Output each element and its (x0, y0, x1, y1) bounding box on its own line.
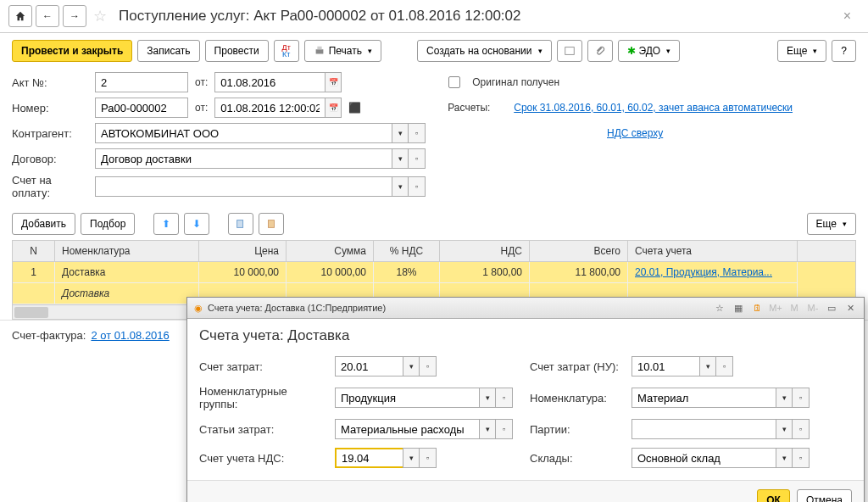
back-button[interactable]: ← (36, 5, 59, 27)
col-vat[interactable]: НДС (440, 241, 530, 261)
open-ref-icon[interactable]: ▫ (409, 123, 426, 143)
contract-combo: ▾ ▫ (95, 148, 426, 169)
accounts-popup: ◉ Счета учета: Доставка (1С:Предприятие)… (186, 297, 865, 502)
calc-label: Расчеты: (448, 102, 507, 114)
chevron-down-icon[interactable]: ▾ (392, 176, 409, 197)
cost-account-label: Счет затрат: (199, 360, 326, 373)
chevron-down-icon[interactable]: ▾ (403, 356, 420, 376)
open-ref-icon[interactable]: ▫ (793, 388, 810, 408)
ok-button[interactable]: ОК (757, 489, 790, 502)
post-button[interactable]: Провести (205, 40, 269, 62)
chevron-down-icon[interactable]: ▾ (776, 388, 793, 408)
open-ref-icon[interactable]: ▫ (793, 448, 810, 468)
from-label-1: от: (195, 76, 208, 88)
chevron-down-icon[interactable]: ▾ (392, 148, 409, 169)
main-toolbar: Провести и закрыть Записать Провести ДтК… (0, 33, 868, 69)
cost-item-input[interactable] (335, 419, 479, 439)
open-ref-icon[interactable]: ▫ (409, 148, 426, 169)
chevron-down-icon[interactable]: ▾ (403, 448, 420, 468)
contragent-input[interactable] (95, 123, 392, 143)
calc-link[interactable]: Срок 31.08.2016, 60.01, 60.02, зачет ава… (514, 102, 793, 114)
open-ref-icon[interactable]: ▫ (409, 176, 426, 197)
m-icon[interactable]: M (787, 301, 801, 315)
from-label-2: от: (195, 102, 208, 114)
attach-button[interactable] (587, 40, 613, 62)
edo-button[interactable]: ✱ ЭДО (618, 40, 681, 62)
open-ref-icon[interactable]: ▫ (420, 356, 437, 376)
calendar-icon[interactable]: 🗓 (750, 301, 764, 315)
save-button[interactable]: Записать (137, 40, 199, 62)
contract-input[interactable] (95, 148, 392, 169)
col-accounts[interactable]: Счета учета (628, 241, 798, 261)
open-ref-icon[interactable]: ▫ (716, 356, 733, 376)
more-button[interactable]: Еще (777, 40, 826, 62)
chevron-down-icon[interactable]: ▾ (479, 388, 496, 408)
open-ref-icon[interactable]: ▫ (420, 448, 437, 468)
popup-close-icon[interactable]: ✕ (843, 301, 857, 315)
copy-button[interactable] (228, 213, 253, 235)
invoice-pay-input[interactable] (95, 176, 392, 197)
calendar-icon[interactable]: 📅 (325, 72, 342, 92)
home-button[interactable] (8, 5, 32, 27)
m-plus-icon[interactable]: M+ (769, 301, 782, 315)
minimize-icon[interactable]: ▭ (825, 301, 838, 315)
chevron-down-icon[interactable]: ▾ (392, 123, 409, 143)
number-input[interactable] (95, 98, 188, 118)
col-n[interactable]: N (13, 241, 55, 261)
link-button[interactable] (557, 40, 582, 62)
open-ref-icon[interactable]: ▫ (793, 419, 810, 439)
add-row-button[interactable]: Добавить (12, 213, 75, 235)
chevron-down-icon[interactable]: ▾ (776, 448, 793, 468)
vat-account-input[interactable] (335, 448, 403, 468)
favorite-icon[interactable]: ☆ (93, 7, 107, 25)
move-up-button[interactable]: ⬆ (153, 213, 179, 235)
pick-button[interactable]: Подбор (81, 213, 135, 235)
act-no-input[interactable] (95, 72, 188, 92)
commit-close-button[interactable]: Провести и закрыть (12, 40, 132, 62)
nomenclature-label: Номенклатура: (530, 392, 623, 404)
cost-item-combo: ▾ ▫ (335, 419, 521, 439)
dtkt-button[interactable]: ДтКт (274, 40, 299, 62)
svg-rect-1 (317, 47, 321, 50)
col-vat-percent[interactable]: % НДС (374, 241, 440, 261)
table-more-button[interactable]: Еще (807, 213, 856, 235)
chevron-down-icon[interactable]: ▾ (699, 356, 716, 376)
help-button[interactable]: ? (832, 40, 856, 62)
chevron-down-icon[interactable]: ▾ (479, 419, 496, 439)
cost-account-input[interactable] (335, 356, 403, 376)
open-ref-icon[interactable]: ▫ (496, 419, 513, 439)
cancel-button[interactable]: Отмена (797, 489, 852, 502)
nomenclature-input[interactable] (632, 388, 776, 408)
number-date-input[interactable] (214, 98, 325, 118)
warehouse-input[interactable] (632, 448, 776, 468)
batch-combo: ▾ ▫ (632, 419, 826, 439)
act-date-input[interactable] (214, 72, 325, 92)
table-row[interactable]: 1 Доставка 10 000,00 10 000,00 18% 1 800… (13, 262, 855, 283)
m-minus-icon[interactable]: M- (806, 301, 820, 315)
original-received-checkbox[interactable] (448, 76, 460, 88)
fav-icon[interactable]: ☆ (713, 301, 726, 315)
chevron-down-icon[interactable]: ▾ (776, 419, 793, 439)
col-nomenclature[interactable]: Номенклатура (55, 241, 199, 261)
paste-button[interactable] (259, 213, 284, 235)
batch-input[interactable] (632, 419, 776, 439)
col-price[interactable]: Цена (199, 241, 287, 261)
col-total[interactable]: Всего (530, 241, 628, 261)
create-based-button[interactable]: Создать на основании (417, 40, 552, 62)
open-ref-icon[interactable]: ▫ (496, 388, 513, 408)
accounts-cell-link[interactable]: 20.01, Продукция, Материа... (635, 266, 772, 278)
print-button[interactable]: Печать (304, 40, 381, 62)
nomenclature-combo: ▾ ▫ (632, 388, 826, 408)
vat-link[interactable]: НДС сверху (607, 127, 663, 139)
invoice-link[interactable]: 2 от 01.08.2016 (91, 329, 169, 342)
calendar-icon[interactable]: 📅 (325, 98, 342, 118)
forward-button[interactable]: → (63, 5, 86, 27)
grid-icon[interactable]: ▦ (732, 301, 745, 315)
col-sum[interactable]: Сумма (287, 241, 374, 261)
act-date-combo: 📅 (214, 72, 342, 92)
nomen-group-input[interactable] (335, 388, 479, 408)
close-button[interactable]: × (835, 5, 860, 27)
cost-account-nu-input[interactable] (632, 356, 699, 376)
popup-titlebar[interactable]: ◉ Счета учета: Доставка (1С:Предприятие)… (187, 298, 864, 319)
move-down-button[interactable]: ⬇ (184, 213, 209, 235)
